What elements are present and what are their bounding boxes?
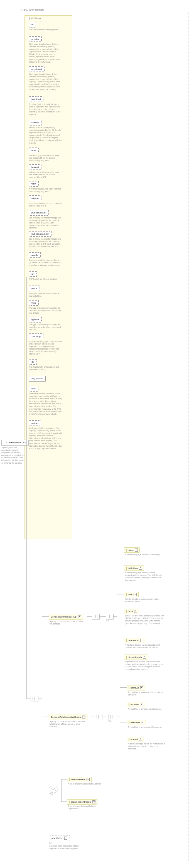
rel-desc: A group of properties required to indica… xyxy=(50,720,89,728)
attr-role: roleA refinement of the semantics of the… xyxy=(29,386,62,415)
attr-xmllang: xml:langSpecifies the language of this p… xyxy=(29,333,62,355)
attr-how: howIndicates by which means the value wa… xyxy=(29,148,62,162)
attr-modified: modifiedThe date (and, optionally, the t… xyxy=(29,96,62,116)
main-sequence xyxy=(31,696,38,702)
def-remoteInfo[interactable]: remoteInfo+ xyxy=(124,638,145,643)
attr-type: typeThe type of the concept assigned as … xyxy=(29,300,62,314)
expand-icon[interactable]: + xyxy=(87,778,90,781)
attr-creator: creatorIf the property value is not defi… xyxy=(29,36,62,63)
attr-pubconstraint: pubconstraintOne or many constraints tha… xyxy=(29,210,62,229)
rel-sequence xyxy=(95,714,102,720)
expand-icon[interactable]: + xyxy=(141,721,144,724)
ConceptDefinitionGroup[interactable]: ConceptDefinitionGroup+ xyxy=(49,614,83,620)
infoSource-node[interactable]: −infoSource+ A party (person or organisa… xyxy=(1,440,29,464)
def-sequence-inner xyxy=(106,614,114,620)
frame-title: Flex1PartyPropType xyxy=(22,8,44,11)
attr-custom: customIf set to true the corresponding p… xyxy=(29,120,62,144)
attr-dir: dirThe directionality of textual content… xyxy=(29,359,62,371)
attributes-header: −attributes xyxy=(27,17,41,20)
def-definition[interactable]: definition+ xyxy=(124,565,144,571)
rel-broader[interactable]: broader+ xyxy=(127,702,145,707)
def-hierarchyInfo[interactable]: hierarchyInfo+ xyxy=(124,655,148,660)
expand-icon[interactable]: + xyxy=(134,610,137,613)
expand-icon[interactable]: + xyxy=(92,800,95,803)
expand-icon[interactable]: + xyxy=(78,615,81,618)
def-desc: A group of properties required to define… xyxy=(50,620,86,625)
expand-icon[interactable]: + xyxy=(64,837,67,840)
minus-icon: − xyxy=(5,441,8,444)
attr-roleuri: roleuriA refinement of the semantics of … xyxy=(29,420,62,450)
rel-related[interactable]: related+ xyxy=(127,737,144,742)
expand-icon[interactable]: + xyxy=(140,639,143,642)
attr-qcode: qcodeA concept identifier expressed as a… xyxy=(29,252,62,266)
def-facet[interactable]: facet+ xyxy=(124,609,139,614)
attr-anyother: any ##other xyxy=(29,376,46,381)
expand-icon[interactable]: + xyxy=(139,738,142,741)
expand-icon[interactable]: + xyxy=(135,549,138,552)
attr-howuri: howuriIndicates by which means the value… xyxy=(29,164,62,178)
attr-whyuri: whyuriWhy the metadata has been included… xyxy=(29,195,62,207)
extension-any-other[interactable]: any ##other+ 0..∞ Extension point for pr… xyxy=(49,835,82,849)
def-name[interactable]: name+ xyxy=(124,548,140,553)
attr-uri: uriA URI which identifies a concept. xyxy=(29,271,57,280)
def-note[interactable]: note+ xyxy=(124,592,139,597)
rel-narrower[interactable]: narrower+ xyxy=(127,720,146,725)
expand-icon[interactable]: + xyxy=(139,567,142,570)
attr-literal: literalA concept identifier expressed as… xyxy=(29,285,62,297)
organisationDetails[interactable]: organisationDetails+ xyxy=(67,799,97,805)
ConceptRelationshipsGroup[interactable]: ConceptRelationshipsGroup+ xyxy=(49,714,87,720)
attr-id: idThe local identifier of the property xyxy=(29,22,58,31)
attr-creatoruri: creatoruriIf the property value is not d… xyxy=(29,66,62,91)
expand-icon[interactable]: + xyxy=(143,656,146,659)
expand-icon[interactable]: + xyxy=(140,686,143,689)
rel-sameAs[interactable]: sameAs+ xyxy=(127,685,145,690)
expand-icon[interactable]: + xyxy=(134,593,137,596)
rel-sequence-inner xyxy=(108,714,116,720)
attr-typeuri: typeuriThe type of the concept assigned … xyxy=(29,317,62,331)
attr-pubconstrainturi: pubconstrainturiOne or many constraints … xyxy=(29,231,62,248)
def-sequence xyxy=(92,614,100,620)
expand-icon[interactable]: + xyxy=(83,715,86,718)
attr-why: whyWhy the metadata has been included - … xyxy=(29,181,62,193)
expand-icon[interactable]: + xyxy=(140,703,143,706)
choice-compositor xyxy=(49,786,58,793)
personDetails[interactable]: personDetails+ xyxy=(67,777,92,782)
